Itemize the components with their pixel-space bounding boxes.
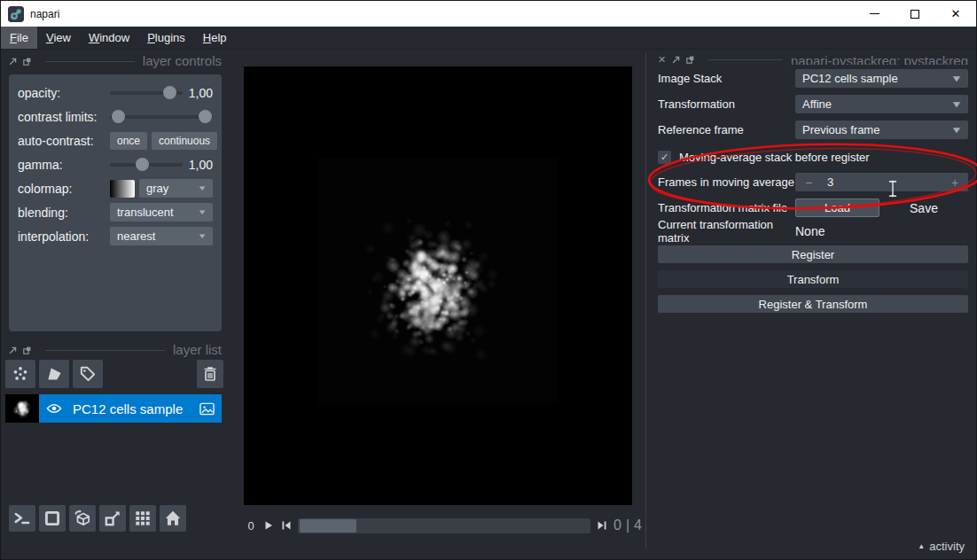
delete-layer-button[interactable]: [197, 360, 223, 388]
maximize-button[interactable]: [895, 1, 935, 27]
transform-button[interactable]: Transform: [658, 270, 968, 288]
roll-dimensions-button[interactable]: [69, 505, 96, 532]
minimize-button[interactable]: [854, 1, 895, 27]
layer-list-item[interactable]: PC12 cells sample: [5, 394, 222, 423]
ndisplay-toggle-button[interactable]: [39, 505, 66, 532]
blending-value: translucent: [117, 206, 174, 219]
auto-contrast-once-button[interactable]: once: [110, 132, 147, 150]
reference-frame-dropdown[interactable]: Previous frame ▼: [795, 121, 968, 139]
dock-divider[interactable]: [645, 53, 646, 549]
menu-window[interactable]: Window: [80, 27, 138, 49]
popout-dock-icon[interactable]: [686, 56, 694, 64]
colormap-label: colormap:: [18, 182, 110, 196]
layer-thumbnail: [5, 394, 39, 423]
contrast-high-handle[interactable]: [199, 110, 212, 123]
opacity-label: opacity:: [18, 86, 110, 100]
image-stack-row: Image Stack PC12 cells sample ▼: [658, 69, 968, 88]
register-button[interactable]: Register: [658, 245, 968, 263]
popout-dock-icon[interactable]: [23, 58, 31, 66]
points-icon: [11, 364, 30, 384]
viewer-canvas[interactable]: [244, 66, 632, 505]
window-title: napari: [30, 8, 59, 20]
colormap-dropdown[interactable]: gray ▼: [139, 179, 213, 198]
console-button[interactable]: [9, 505, 35, 532]
gamma-slider-handle[interactable]: [136, 158, 149, 171]
transformation-dropdown[interactable]: Affine ▼: [795, 95, 968, 113]
moving-average-row: ✓ Moving-average stack before register: [658, 150, 968, 164]
canvas-area: 0 0 | 4: [232, 50, 647, 560]
transpose-dimensions-button[interactable]: [99, 505, 126, 532]
colormap-row: colormap: gray ▼: [18, 176, 213, 200]
skip-to-start-icon: [281, 520, 292, 531]
skip-to-end-button[interactable]: [595, 519, 608, 533]
activity-toggle[interactable]: ▲ activity: [918, 540, 965, 553]
auto-contrast-continuous-button[interactable]: continuous: [152, 132, 217, 150]
cube-rotate-icon: [73, 509, 92, 528]
interpolation-dropdown[interactable]: nearest ▼: [110, 227, 213, 245]
selected-layer[interactable]: PC12 cells sample: [39, 394, 222, 423]
save-button[interactable]: Save: [879, 201, 968, 215]
chevron-down-icon: ▼: [950, 99, 963, 109]
contrast-low-handle[interactable]: [112, 110, 125, 123]
frame-slider-handle[interactable]: [300, 519, 356, 533]
float-dock-icon[interactable]: [9, 58, 17, 66]
plugin-form: Image Stack PC12 cells sample ▼ Transfor…: [658, 69, 968, 320]
new-points-layer-button[interactable]: [5, 360, 35, 388]
auto-contrast-label: auto-contrast:: [18, 134, 110, 148]
popout-dock-icon[interactable]: [23, 346, 31, 354]
menu-view[interactable]: View: [37, 27, 80, 49]
visibility-eye-icon[interactable]: [46, 402, 62, 415]
matrix-file-row: Transformation matrix file Load Save: [658, 198, 968, 217]
image-stack-dropdown[interactable]: PC12 cells sample ▼: [795, 69, 968, 88]
gamma-slider[interactable]: [110, 163, 183, 167]
activity-label: activity: [929, 540, 965, 553]
load-button[interactable]: Load: [795, 198, 879, 217]
colormap-gradient-swatch[interactable]: [110, 180, 135, 198]
register-transform-button[interactable]: Register & Transform: [658, 295, 968, 313]
contrast-limits-label: contrast limits:: [18, 110, 110, 124]
grid-view-button[interactable]: [129, 505, 156, 532]
home-icon: [163, 509, 183, 528]
blending-dropdown[interactable]: translucent ▼: [110, 203, 213, 222]
spinner-minus-button[interactable]: −: [795, 175, 822, 190]
opacity-slider[interactable]: [110, 91, 183, 95]
plugin-title: napari-pystackreg: pystackreg: [791, 54, 968, 65]
image-stack-value: PC12 cells sample: [802, 72, 898, 85]
new-labels-layer-button[interactable]: [73, 360, 103, 388]
opacity-slider-handle[interactable]: [163, 86, 176, 99]
frame-counter: 0 | 4: [614, 517, 642, 533]
float-dock-icon[interactable]: [9, 346, 17, 354]
play-button[interactable]: [262, 519, 275, 533]
shapes-icon: [44, 364, 64, 384]
frames-spinbox[interactable]: − 3 +: [795, 173, 968, 191]
float-dock-icon[interactable]: [672, 56, 680, 64]
home-reset-view-button[interactable]: [160, 505, 186, 532]
skip-to-end-icon: [597, 520, 607, 531]
interpolation-row: interpolation: nearest ▼: [18, 224, 213, 248]
transformation-label: Transformation: [658, 97, 795, 111]
layer-list-header: layer list: [9, 344, 222, 356]
moving-average-checkbox[interactable]: ✓: [658, 151, 671, 164]
contrast-limits-slider[interactable]: [110, 115, 213, 119]
new-shapes-layer-button[interactable]: [39, 360, 69, 388]
frames-label: Frames in moving average: [658, 175, 795, 189]
layer-name: PC12 cells sample: [73, 401, 183, 416]
transpose-icon: [103, 509, 122, 528]
chevron-down-icon: ▼: [950, 74, 963, 83]
menu-help[interactable]: Help: [194, 27, 236, 49]
menu-file[interactable]: File: [1, 27, 37, 49]
interpolation-label: interpolation:: [18, 229, 110, 244]
skip-to-start-button[interactable]: [279, 519, 293, 533]
napari-window: napari ✕ File View Window Plugins Help l…: [0, 0, 977, 560]
layer-list-title: layer list: [173, 344, 222, 356]
spinner-plus-button[interactable]: +: [942, 175, 968, 190]
blending-label: blending:: [18, 206, 110, 220]
current-matrix-value: None: [795, 224, 825, 238]
total-frames: 4: [634, 517, 642, 533]
header-divider: [45, 61, 135, 62]
frame-slider[interactable]: [298, 518, 590, 533]
close-dock-icon[interactable]: ✕: [658, 55, 666, 65]
plugin-header: ✕ napari-pystackreg: pystackreg: [658, 53, 968, 66]
menu-plugins[interactable]: Plugins: [138, 27, 194, 49]
close-button[interactable]: ✕: [935, 1, 976, 27]
